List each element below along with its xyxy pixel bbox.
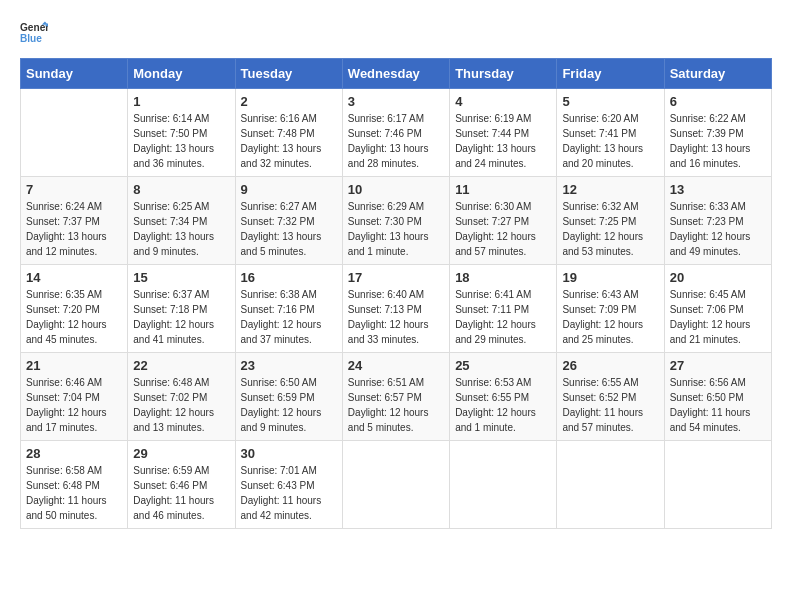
day-number: 2 [241, 94, 337, 109]
day-number: 26 [562, 358, 658, 373]
calendar-cell: 2Sunrise: 6:16 AMSunset: 7:48 PMDaylight… [235, 89, 342, 177]
calendar-week-row: 7Sunrise: 6:24 AMSunset: 7:37 PMDaylight… [21, 177, 772, 265]
day-number: 29 [133, 446, 229, 461]
day-number: 18 [455, 270, 551, 285]
day-info: Sunrise: 6:41 AMSunset: 7:11 PMDaylight:… [455, 287, 551, 347]
day-number: 30 [241, 446, 337, 461]
calendar-cell: 5Sunrise: 6:20 AMSunset: 7:41 PMDaylight… [557, 89, 664, 177]
day-number: 4 [455, 94, 551, 109]
calendar-body: 1Sunrise: 6:14 AMSunset: 7:50 PMDaylight… [21, 89, 772, 529]
day-number: 20 [670, 270, 766, 285]
day-header-monday: Monday [128, 59, 235, 89]
day-info: Sunrise: 6:24 AMSunset: 7:37 PMDaylight:… [26, 199, 122, 259]
day-number: 15 [133, 270, 229, 285]
svg-text:Blue: Blue [20, 33, 42, 44]
calendar-cell: 21Sunrise: 6:46 AMSunset: 7:04 PMDayligh… [21, 353, 128, 441]
day-number: 7 [26, 182, 122, 197]
calendar-week-row: 1Sunrise: 6:14 AMSunset: 7:50 PMDaylight… [21, 89, 772, 177]
calendar-header-row: SundayMondayTuesdayWednesdayThursdayFrid… [21, 59, 772, 89]
day-number: 10 [348, 182, 444, 197]
calendar-cell: 29Sunrise: 6:59 AMSunset: 6:46 PMDayligh… [128, 441, 235, 529]
day-header-sunday: Sunday [21, 59, 128, 89]
day-info: Sunrise: 6:27 AMSunset: 7:32 PMDaylight:… [241, 199, 337, 259]
day-info: Sunrise: 6:58 AMSunset: 6:48 PMDaylight:… [26, 463, 122, 523]
calendar-cell: 15Sunrise: 6:37 AMSunset: 7:18 PMDayligh… [128, 265, 235, 353]
day-number: 23 [241, 358, 337, 373]
day-number: 14 [26, 270, 122, 285]
day-header-saturday: Saturday [664, 59, 771, 89]
calendar-cell [450, 441, 557, 529]
calendar-week-row: 21Sunrise: 6:46 AMSunset: 7:04 PMDayligh… [21, 353, 772, 441]
day-number: 11 [455, 182, 551, 197]
day-info: Sunrise: 6:20 AMSunset: 7:41 PMDaylight:… [562, 111, 658, 171]
day-info: Sunrise: 6:33 AMSunset: 7:23 PMDaylight:… [670, 199, 766, 259]
day-number: 17 [348, 270, 444, 285]
calendar-cell: 18Sunrise: 6:41 AMSunset: 7:11 PMDayligh… [450, 265, 557, 353]
day-number: 12 [562, 182, 658, 197]
day-number: 21 [26, 358, 122, 373]
day-number: 22 [133, 358, 229, 373]
calendar-cell: 20Sunrise: 6:45 AMSunset: 7:06 PMDayligh… [664, 265, 771, 353]
day-info: Sunrise: 6:38 AMSunset: 7:16 PMDaylight:… [241, 287, 337, 347]
calendar-cell: 24Sunrise: 6:51 AMSunset: 6:57 PMDayligh… [342, 353, 449, 441]
calendar-cell: 4Sunrise: 6:19 AMSunset: 7:44 PMDaylight… [450, 89, 557, 177]
day-number: 16 [241, 270, 337, 285]
page-header: General Blue [20, 20, 772, 48]
day-header-thursday: Thursday [450, 59, 557, 89]
day-info: Sunrise: 6:22 AMSunset: 7:39 PMDaylight:… [670, 111, 766, 171]
day-info: Sunrise: 6:25 AMSunset: 7:34 PMDaylight:… [133, 199, 229, 259]
calendar-cell [21, 89, 128, 177]
day-info: Sunrise: 6:29 AMSunset: 7:30 PMDaylight:… [348, 199, 444, 259]
day-info: Sunrise: 6:30 AMSunset: 7:27 PMDaylight:… [455, 199, 551, 259]
day-info: Sunrise: 6:17 AMSunset: 7:46 PMDaylight:… [348, 111, 444, 171]
day-number: 19 [562, 270, 658, 285]
day-info: Sunrise: 6:19 AMSunset: 7:44 PMDaylight:… [455, 111, 551, 171]
calendar-cell [557, 441, 664, 529]
day-info: Sunrise: 6:35 AMSunset: 7:20 PMDaylight:… [26, 287, 122, 347]
calendar-cell: 10Sunrise: 6:29 AMSunset: 7:30 PMDayligh… [342, 177, 449, 265]
calendar-cell: 6Sunrise: 6:22 AMSunset: 7:39 PMDaylight… [664, 89, 771, 177]
calendar-cell: 25Sunrise: 6:53 AMSunset: 6:55 PMDayligh… [450, 353, 557, 441]
day-info: Sunrise: 6:43 AMSunset: 7:09 PMDaylight:… [562, 287, 658, 347]
day-number: 5 [562, 94, 658, 109]
calendar-cell: 23Sunrise: 6:50 AMSunset: 6:59 PMDayligh… [235, 353, 342, 441]
day-info: Sunrise: 6:59 AMSunset: 6:46 PMDaylight:… [133, 463, 229, 523]
day-header-friday: Friday [557, 59, 664, 89]
calendar-cell [664, 441, 771, 529]
day-info: Sunrise: 6:56 AMSunset: 6:50 PMDaylight:… [670, 375, 766, 435]
day-info: Sunrise: 6:55 AMSunset: 6:52 PMDaylight:… [562, 375, 658, 435]
calendar-cell: 17Sunrise: 6:40 AMSunset: 7:13 PMDayligh… [342, 265, 449, 353]
calendar-cell: 14Sunrise: 6:35 AMSunset: 7:20 PMDayligh… [21, 265, 128, 353]
calendar-cell: 16Sunrise: 6:38 AMSunset: 7:16 PMDayligh… [235, 265, 342, 353]
calendar-cell: 27Sunrise: 6:56 AMSunset: 6:50 PMDayligh… [664, 353, 771, 441]
calendar-table: SundayMondayTuesdayWednesdayThursdayFrid… [20, 58, 772, 529]
calendar-cell: 3Sunrise: 6:17 AMSunset: 7:46 PMDaylight… [342, 89, 449, 177]
calendar-week-row: 14Sunrise: 6:35 AMSunset: 7:20 PMDayligh… [21, 265, 772, 353]
day-info: Sunrise: 6:37 AMSunset: 7:18 PMDaylight:… [133, 287, 229, 347]
calendar-cell: 1Sunrise: 6:14 AMSunset: 7:50 PMDaylight… [128, 89, 235, 177]
calendar-cell: 9Sunrise: 6:27 AMSunset: 7:32 PMDaylight… [235, 177, 342, 265]
day-number: 8 [133, 182, 229, 197]
day-info: Sunrise: 6:16 AMSunset: 7:48 PMDaylight:… [241, 111, 337, 171]
calendar-cell: 26Sunrise: 6:55 AMSunset: 6:52 PMDayligh… [557, 353, 664, 441]
day-info: Sunrise: 6:51 AMSunset: 6:57 PMDaylight:… [348, 375, 444, 435]
calendar-cell: 13Sunrise: 6:33 AMSunset: 7:23 PMDayligh… [664, 177, 771, 265]
calendar-cell: 7Sunrise: 6:24 AMSunset: 7:37 PMDaylight… [21, 177, 128, 265]
calendar-cell: 11Sunrise: 6:30 AMSunset: 7:27 PMDayligh… [450, 177, 557, 265]
day-info: Sunrise: 6:14 AMSunset: 7:50 PMDaylight:… [133, 111, 229, 171]
calendar-cell: 28Sunrise: 6:58 AMSunset: 6:48 PMDayligh… [21, 441, 128, 529]
day-info: Sunrise: 6:40 AMSunset: 7:13 PMDaylight:… [348, 287, 444, 347]
day-header-tuesday: Tuesday [235, 59, 342, 89]
day-number: 24 [348, 358, 444, 373]
day-info: Sunrise: 7:01 AMSunset: 6:43 PMDaylight:… [241, 463, 337, 523]
day-info: Sunrise: 6:48 AMSunset: 7:02 PMDaylight:… [133, 375, 229, 435]
day-number: 25 [455, 358, 551, 373]
calendar-cell: 12Sunrise: 6:32 AMSunset: 7:25 PMDayligh… [557, 177, 664, 265]
day-info: Sunrise: 6:46 AMSunset: 7:04 PMDaylight:… [26, 375, 122, 435]
calendar-week-row: 28Sunrise: 6:58 AMSunset: 6:48 PMDayligh… [21, 441, 772, 529]
day-number: 1 [133, 94, 229, 109]
day-info: Sunrise: 6:45 AMSunset: 7:06 PMDaylight:… [670, 287, 766, 347]
day-number: 28 [26, 446, 122, 461]
logo: General Blue [20, 20, 48, 48]
logo-icon: General Blue [20, 20, 48, 48]
